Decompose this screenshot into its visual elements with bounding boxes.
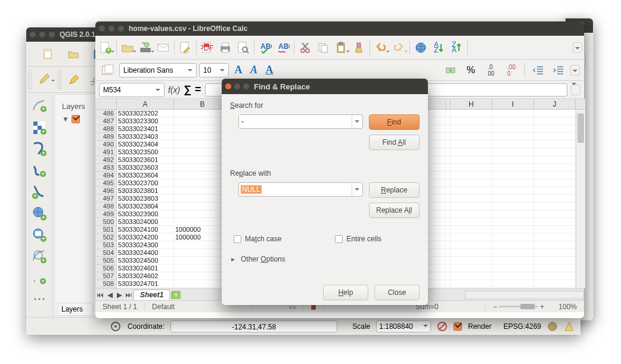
cell[interactable] bbox=[446, 288, 451, 288]
italic-icon[interactable]: A bbox=[247, 63, 261, 77]
cell[interactable] bbox=[534, 234, 576, 241]
cell[interactable] bbox=[492, 249, 534, 256]
cell[interactable] bbox=[534, 110, 576, 117]
cell[interactable] bbox=[451, 141, 492, 148]
cell[interactable] bbox=[534, 156, 576, 163]
column-header[interactable]: I bbox=[492, 99, 534, 109]
cell[interactable]: 53033024601 bbox=[117, 265, 174, 272]
window-controls[interactable] bbox=[99, 26, 124, 32]
format-paintbrush-icon[interactable] bbox=[350, 39, 367, 56]
row-header[interactable]: 501 bbox=[95, 226, 117, 234]
add-spatialite-icon[interactable]: + bbox=[31, 162, 48, 179]
row-header[interactable]: 489 bbox=[95, 133, 117, 141]
cell[interactable] bbox=[492, 187, 534, 194]
cell[interactable]: 53033023603 bbox=[117, 164, 174, 171]
new-file-icon[interactable] bbox=[37, 48, 60, 60]
new-doc-icon[interactable]: + bbox=[97, 39, 114, 56]
sum-icon[interactable]: ∑ bbox=[184, 83, 191, 96]
cell[interactable]: 53033024000 bbox=[117, 218, 174, 225]
cell[interactable] bbox=[451, 179, 492, 186]
currency-icon[interactable] bbox=[442, 62, 459, 79]
cell[interactable] bbox=[492, 179, 534, 186]
cell[interactable] bbox=[534, 210, 576, 217]
row-header[interactable]: 488 bbox=[95, 125, 117, 133]
hyperlink-icon[interactable] bbox=[412, 39, 429, 56]
coord-input[interactable]: -124.31,47.58 bbox=[170, 321, 337, 332]
more-icon[interactable] bbox=[31, 291, 48, 307]
find-button[interactable]: Find bbox=[369, 114, 420, 130]
calc-titlebar[interactable]: home-values.csv - LibreOffice Calc bbox=[95, 21, 584, 36]
scale-select[interactable]: 1:1808840 bbox=[376, 321, 431, 332]
pdf-icon[interactable]: PDF bbox=[199, 39, 216, 56]
page-preview-icon[interactable] bbox=[235, 39, 251, 56]
cell[interactable] bbox=[446, 156, 451, 163]
add-mssql-icon[interactable]: + bbox=[31, 183, 48, 200]
zoom-slider[interactable]: −+ bbox=[486, 303, 551, 311]
open-icon[interactable] bbox=[119, 39, 136, 56]
cell[interactable] bbox=[446, 148, 451, 155]
cell[interactable] bbox=[446, 125, 451, 132]
replace-field[interactable]: NULL bbox=[238, 182, 363, 197]
cell[interactable] bbox=[451, 272, 492, 279]
cell[interactable]: 53033024701 bbox=[117, 280, 174, 287]
add-wcs-icon[interactable]: + bbox=[31, 226, 48, 243]
cell[interactable] bbox=[446, 272, 451, 279]
layers-bottom-tab[interactable]: Layers bbox=[57, 303, 93, 316]
cell[interactable]: 53033023803 bbox=[117, 195, 174, 202]
row-header[interactable]: 502 bbox=[95, 234, 117, 241]
cell[interactable] bbox=[534, 172, 576, 179]
open-icon[interactable] bbox=[62, 48, 85, 60]
row-header[interactable]: 494 bbox=[95, 172, 117, 179]
edit-file-icon[interactable] bbox=[177, 39, 194, 56]
stop-rendering-icon[interactable] bbox=[437, 321, 448, 332]
cell[interactable] bbox=[451, 187, 492, 194]
add-vector-icon[interactable]: + bbox=[31, 98, 48, 114]
cell[interactable] bbox=[446, 164, 451, 171]
cell[interactable] bbox=[492, 265, 534, 272]
entire-cells-checkbox[interactable]: Entire cells bbox=[335, 235, 381, 243]
cell[interactable]: 53033023300 bbox=[117, 117, 174, 125]
row-header[interactable]: 495 bbox=[95, 179, 117, 187]
cell[interactable]: 53033024100 bbox=[117, 226, 174, 233]
add-wfs-icon[interactable]: + bbox=[31, 248, 48, 265]
cell[interactable] bbox=[534, 265, 576, 272]
help-button[interactable]: Help bbox=[323, 285, 368, 300]
cell[interactable] bbox=[534, 203, 576, 210]
row-header[interactable]: 496 bbox=[95, 187, 117, 195]
cell[interactable]: 53033023401 bbox=[117, 125, 174, 132]
replace-button[interactable]: Replace bbox=[369, 182, 420, 198]
cell[interactable] bbox=[534, 218, 576, 225]
cell[interactable]: 53033023900 bbox=[117, 210, 174, 217]
sheet-tab[interactable]: Sheet1 bbox=[133, 290, 170, 300]
spellcheck-icon[interactable]: ABC bbox=[257, 39, 274, 56]
bold-icon[interactable]: A bbox=[231, 63, 246, 77]
cell[interactable]: 53033023604 bbox=[117, 172, 174, 179]
add-postgis-icon[interactable]: + bbox=[31, 141, 48, 157]
match-case-checkbox[interactable]: Match case bbox=[234, 235, 281, 243]
row-header[interactable]: 487 bbox=[95, 117, 117, 125]
cell[interactable] bbox=[451, 210, 492, 217]
formula-expand-icon[interactable] bbox=[571, 85, 580, 95]
decrease-indent-icon[interactable] bbox=[530, 62, 547, 79]
increase-indent-icon[interactable] bbox=[550, 62, 567, 79]
window-controls[interactable] bbox=[30, 32, 55, 38]
last-sheet-icon[interactable]: ⏭ bbox=[124, 291, 133, 299]
cell[interactable] bbox=[446, 265, 451, 272]
cell[interactable] bbox=[492, 195, 534, 202]
column-header[interactable]: A bbox=[117, 99, 174, 109]
add-sheet-icon[interactable]: + bbox=[171, 291, 181, 299]
cell[interactable] bbox=[446, 257, 451, 264]
render-checkbox[interactable] bbox=[454, 322, 462, 331]
redo-icon[interactable] bbox=[390, 39, 407, 56]
row-header[interactable]: 492 bbox=[95, 156, 117, 164]
vertical-scrollbar[interactable] bbox=[576, 110, 585, 288]
sort-asc-icon[interactable]: AZ bbox=[430, 39, 447, 56]
layer-visibility-checkbox[interactable] bbox=[72, 115, 80, 123]
cell[interactable] bbox=[534, 241, 576, 248]
cell[interactable]: 53033024300 bbox=[117, 241, 174, 248]
add-delimited-icon[interactable]: ,+ bbox=[31, 269, 48, 286]
toolbar-dropdown-icon[interactable] bbox=[573, 42, 582, 53]
add-decimal-icon[interactable]: .000 bbox=[483, 62, 499, 79]
cell[interactable] bbox=[492, 234, 534, 241]
cell[interactable] bbox=[451, 172, 492, 179]
